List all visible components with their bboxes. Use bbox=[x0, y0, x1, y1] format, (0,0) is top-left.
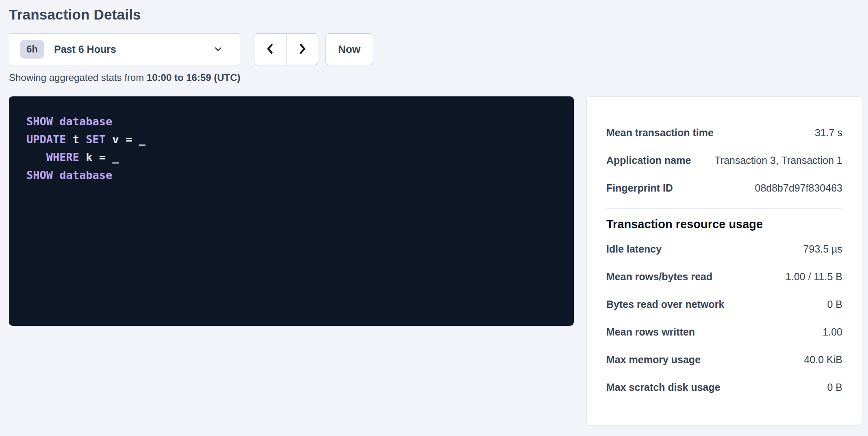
stat-label: Application name bbox=[606, 155, 691, 166]
sql-token-keyword: SHOW database bbox=[26, 115, 112, 128]
stat-value: 08d8b7d97f830463 bbox=[755, 182, 842, 194]
sql-token-keyword: UPDATE bbox=[26, 133, 66, 146]
page-title: Transaction Details bbox=[9, 7, 868, 23]
stat-value: Transaction 3, Transaction 1 bbox=[714, 155, 842, 166]
stat-label: Max scratch disk usage bbox=[606, 382, 720, 393]
previous-range-button[interactable] bbox=[254, 33, 286, 65]
aggregation-caption-prefix: Showing aggregated stats from bbox=[9, 72, 147, 83]
stat-label: Fingerprint ID bbox=[606, 182, 673, 194]
resource-usage-heading: Transaction resource usage bbox=[606, 218, 842, 231]
stat-value: 0 B bbox=[827, 299, 842, 310]
stat-label: Mean rows written bbox=[606, 326, 695, 338]
sql-statement-box: SHOW database UPDATE t SET v = _ WHERE k… bbox=[9, 96, 574, 326]
stat-row: Mean rows/bytes read1.00 / 11.5 B bbox=[606, 263, 842, 290]
next-range-button[interactable] bbox=[286, 33, 318, 65]
stat-row: Bytes read over network0 B bbox=[606, 290, 842, 318]
stat-value: 793.5 µs bbox=[803, 243, 842, 255]
stat-label: Max memory usage bbox=[606, 354, 701, 366]
sql-token-plain: v = _ bbox=[106, 133, 145, 146]
sql-line: SHOW database bbox=[26, 169, 112, 181]
time-range-dropdown[interactable]: 6h Past 6 Hours bbox=[9, 33, 240, 65]
stat-row: Mean transaction time31.7 s bbox=[606, 119, 842, 146]
stat-label: Mean transaction time bbox=[606, 127, 714, 139]
time-picker-controls: 6h Past 6 Hours bbox=[9, 33, 868, 65]
stat-row: Max memory usage40.0 KiB bbox=[606, 346, 842, 373]
stat-value: 1.00 / 11.5 B bbox=[786, 271, 842, 283]
chevron-down-icon bbox=[213, 44, 224, 54]
time-range-nav-group bbox=[254, 33, 318, 65]
aggregation-caption-range: 10:00 to 16:59 (UTC) bbox=[147, 72, 241, 83]
main-content: SHOW database UPDATE t SET v = _ WHERE k… bbox=[9, 96, 868, 425]
time-range-duration-badge: 6h bbox=[20, 40, 44, 59]
stat-row: Max scratch disk usage0 B bbox=[606, 373, 842, 401]
sql-token-plain: k = _ bbox=[79, 151, 119, 164]
stat-label: Idle latency bbox=[606, 243, 662, 255]
summary-rows: Mean transaction time31.7 sApplication n… bbox=[606, 119, 842, 202]
transaction-stats-card: Mean transaction time31.7 sApplication n… bbox=[586, 96, 862, 425]
sql-line: SHOW database bbox=[26, 115, 112, 128]
now-button[interactable]: Now bbox=[326, 33, 373, 65]
sql-line: UPDATE t SET v = _ bbox=[26, 133, 145, 146]
resource-rows: Idle latency793.5 µsMean rows/bytes read… bbox=[606, 235, 842, 401]
stat-label: Mean rows/bytes read bbox=[606, 271, 712, 283]
sql-token-keyword: WHERE bbox=[46, 151, 79, 164]
sql-line: WHERE k = _ bbox=[26, 151, 119, 164]
card-divider bbox=[606, 208, 842, 209]
sql-token-keyword: SET bbox=[86, 133, 106, 146]
stat-value: 1.00 bbox=[822, 326, 842, 338]
stat-row: Application nameTransaction 3, Transacti… bbox=[606, 146, 842, 174]
stat-row: Mean rows written1.00 bbox=[606, 318, 842, 346]
sql-token-plain bbox=[26, 151, 46, 164]
transaction-details-page: Transaction Details 6h Past 6 Hours bbox=[0, 0, 868, 425]
sql-code: SHOW database UPDATE t SET v = _ WHERE k… bbox=[26, 113, 566, 184]
chevron-left-icon bbox=[264, 42, 276, 57]
stat-value: 40.0 KiB bbox=[804, 354, 842, 366]
stat-label: Bytes read over network bbox=[606, 299, 724, 310]
stat-row: Idle latency793.5 µs bbox=[606, 235, 842, 263]
chevron-right-icon bbox=[296, 42, 308, 57]
sql-token-plain: t bbox=[66, 133, 86, 146]
aggregation-caption: Showing aggregated stats from 10:00 to 1… bbox=[9, 72, 868, 83]
stat-value: 31.7 s bbox=[815, 127, 842, 139]
stat-row: Fingerprint ID08d8b7d97f830463 bbox=[606, 174, 842, 202]
sql-token-keyword: SHOW database bbox=[26, 169, 112, 181]
stat-value: 0 B bbox=[827, 382, 842, 393]
time-range-selected-label: Past 6 Hours bbox=[54, 44, 116, 55]
